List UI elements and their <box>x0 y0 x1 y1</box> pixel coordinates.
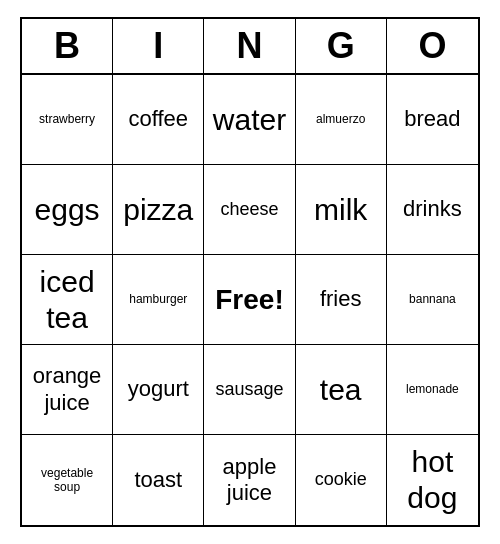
cell-r1-c2: cheese <box>204 165 295 255</box>
cell-r0-c2: water <box>204 75 295 165</box>
cell-r2-c2: Free! <box>204 255 295 345</box>
cell-r2-c3: fries <box>296 255 387 345</box>
cell-text: Free! <box>215 283 283 317</box>
header-letter: B <box>22 19 113 73</box>
cell-r4-c4: hotdog <box>387 435 478 525</box>
cell-r0-c0: strawberry <box>22 75 113 165</box>
cell-text: lemonade <box>406 382 459 396</box>
cell-text: water <box>213 102 286 138</box>
cell-text: tea <box>320 372 362 408</box>
cell-r0-c3: almuerzo <box>296 75 387 165</box>
cell-text: cookie <box>315 469 367 491</box>
cell-r3-c1: yogurt <box>113 345 204 435</box>
cell-r3-c3: tea <box>296 345 387 435</box>
cell-text: vegetablesoup <box>41 466 93 495</box>
cell-r4-c3: cookie <box>296 435 387 525</box>
cell-text: sausage <box>215 379 283 401</box>
cell-text: yogurt <box>128 376 189 402</box>
bingo-header: BINGO <box>22 19 478 75</box>
cell-text: eggs <box>35 192 100 228</box>
cell-r4-c0: vegetablesoup <box>22 435 113 525</box>
cell-r1-c1: pizza <box>113 165 204 255</box>
header-letter: O <box>387 19 478 73</box>
cell-r3-c0: orangejuice <box>22 345 113 435</box>
cell-r2-c4: bannana <box>387 255 478 345</box>
cell-text: hamburger <box>129 292 187 306</box>
cell-r0-c4: bread <box>387 75 478 165</box>
cell-text: bread <box>404 106 460 132</box>
cell-text: milk <box>314 192 367 228</box>
cell-text: drinks <box>403 196 462 222</box>
cell-text: fries <box>320 286 362 312</box>
cell-text: hotdog <box>407 444 457 516</box>
cell-text: bannana <box>409 292 456 306</box>
cell-r1-c4: drinks <box>387 165 478 255</box>
cell-r1-c3: milk <box>296 165 387 255</box>
bingo-grid: strawberrycoffeewateralmuerzobreadeggspi… <box>22 75 478 525</box>
cell-text: pizza <box>123 192 193 228</box>
header-letter: N <box>204 19 295 73</box>
cell-text: coffee <box>129 106 189 132</box>
cell-r2-c0: icedtea <box>22 255 113 345</box>
cell-text: strawberry <box>39 112 95 126</box>
cell-r1-c0: eggs <box>22 165 113 255</box>
cell-r3-c4: lemonade <box>387 345 478 435</box>
header-letter: G <box>296 19 387 73</box>
cell-text: orangejuice <box>33 363 102 416</box>
bingo-card: BINGO strawberrycoffeewateralmuerzobread… <box>20 17 480 527</box>
cell-text: almuerzo <box>316 112 365 126</box>
cell-text: applejuice <box>223 454 277 507</box>
cell-text: icedtea <box>40 264 95 336</box>
cell-r4-c1: toast <box>113 435 204 525</box>
cell-r3-c2: sausage <box>204 345 295 435</box>
cell-r4-c2: applejuice <box>204 435 295 525</box>
cell-text: toast <box>134 467 182 493</box>
cell-text: cheese <box>220 199 278 221</box>
cell-r0-c1: coffee <box>113 75 204 165</box>
header-letter: I <box>113 19 204 73</box>
cell-r2-c1: hamburger <box>113 255 204 345</box>
